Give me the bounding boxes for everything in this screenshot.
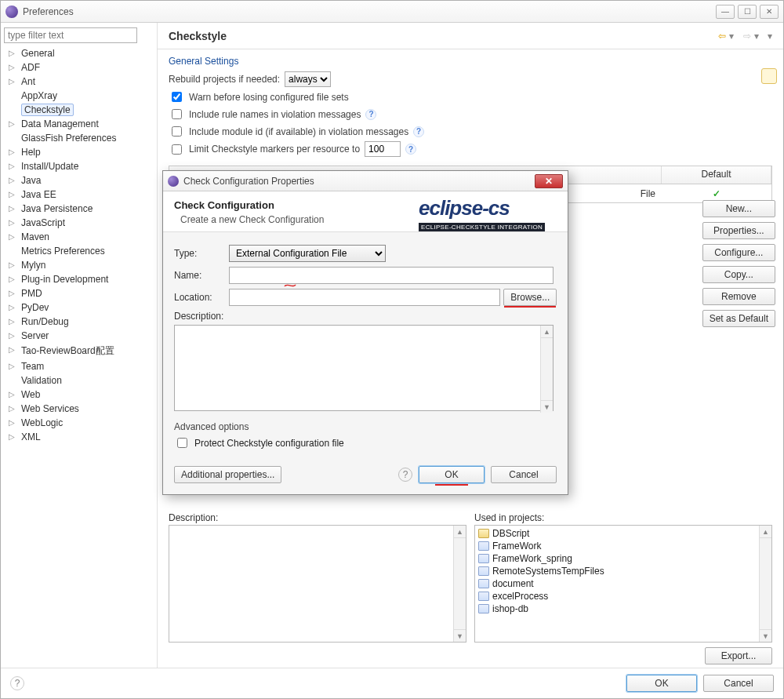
sidebar-item-java-persistence[interactable]: ▷Java Persistence	[4, 202, 154, 216]
minimize-button[interactable]: —	[716, 5, 735, 19]
sidebar-item-appxray[interactable]: AppXray	[4, 89, 154, 103]
sidebar: ▷General▷ADF▷AntAppXrayCheckstyle▷Data M…	[1, 23, 158, 668]
location-input[interactable]	[229, 289, 501, 306]
sidebar-item-mylyn[interactable]: ▷Mylyn	[4, 258, 154, 272]
ok-button[interactable]: OK	[626, 675, 697, 692]
filter-input[interactable]	[4, 27, 137, 43]
general-legend: General Settings	[169, 56, 772, 67]
close-button[interactable]: ✕	[760, 5, 779, 19]
set-default-button[interactable]: Set as Default	[702, 310, 775, 327]
sidebar-label: Web Services	[21, 403, 79, 414]
folder-icon	[478, 592, 489, 601]
sidebar-item-install-update[interactable]: ▷Install/Update	[4, 159, 154, 173]
rebuild-select[interactable]: always	[285, 71, 331, 87]
sidebar-item-data-management[interactable]: ▷Data Management	[4, 117, 154, 131]
tree-arrow-icon: ▷	[9, 147, 16, 156]
cancel-button[interactable]: Cancel	[491, 466, 557, 483]
description-textarea[interactable]	[174, 325, 554, 411]
help-icon[interactable]: ?	[413, 126, 424, 137]
nav-arrows[interactable]: ⇦▾ ⇨▾ ▾	[718, 31, 772, 42]
sidebar-item-server[interactable]: ▷Server	[4, 329, 154, 343]
protect-checkbox[interactable]	[177, 438, 187, 448]
maximize-button[interactable]: ☐	[738, 5, 757, 19]
new-button[interactable]: New...	[702, 200, 775, 217]
limit-checkbox[interactable]	[172, 144, 182, 155]
tree-arrow-icon: ▷	[9, 418, 16, 427]
sidebar-item-team[interactable]: ▷Team	[4, 359, 154, 373]
tree-arrow-icon: ▷	[9, 260, 16, 269]
warn-checkbox[interactable]	[172, 92, 182, 102]
dialog-close-button[interactable]: ✕	[535, 174, 563, 188]
cancel-button[interactable]: Cancel	[703, 675, 774, 692]
tree-arrow-icon: ▷	[9, 162, 16, 170]
sidebar-item-web[interactable]: ▷Web	[4, 388, 154, 402]
sidebar-item-web-services[interactable]: ▷Web Services	[4, 402, 154, 416]
sidebar-item-general[interactable]: ▷General	[4, 46, 154, 60]
project-label: DBScript	[492, 528, 529, 539]
sidebar-item-pydev[interactable]: ▷PyDev	[4, 300, 154, 315]
sidebar-item-tao-reviewboard-[interactable]: ▷Tao-ReviewBoard配置	[4, 343, 154, 359]
properties-button[interactable]: Properties...	[702, 222, 775, 239]
general-settings: General Settings Rebuild projects if nee…	[158, 49, 783, 166]
sidebar-item-help[interactable]: ▷Help	[4, 145, 154, 159]
sidebar-label: PyDev	[21, 302, 49, 313]
tree-arrow-icon: ▷	[9, 49, 16, 57]
sidebar-item-validation[interactable]: Validation	[4, 373, 154, 388]
scrollbar[interactable]: ▲▼	[453, 526, 466, 642]
scrollbar[interactable]: ▲▼	[540, 326, 553, 413]
configure-button[interactable]: Configure...	[702, 244, 775, 261]
sidebar-item-adf[interactable]: ▷ADF	[4, 60, 154, 75]
sidebar-label: Tao-ReviewBoard配置	[21, 345, 114, 356]
project-item[interactable]: DBScript	[477, 527, 770, 540]
copy-button[interactable]: Copy...	[702, 266, 775, 283]
help-icon[interactable]: ?	[405, 144, 416, 155]
sidebar-item-ant[interactable]: ▷Ant	[4, 75, 154, 89]
sidebar-item-glassfish-preferences[interactable]: GlassFish Preferences	[4, 131, 154, 145]
help-icon[interactable]: ?	[10, 676, 24, 690]
sidebar-item-xml[interactable]: ▷XML	[4, 430, 154, 444]
window-title: Preferences	[23, 6, 716, 17]
browse-button[interactable]: Browse...	[503, 289, 557, 306]
tree-arrow-icon: ▷	[9, 218, 16, 227]
include-module-checkbox[interactable]	[172, 126, 182, 137]
refresh-icon[interactable]	[761, 68, 777, 84]
limit-input[interactable]	[365, 141, 401, 157]
project-item[interactable]: FrameWork	[477, 540, 770, 552]
preferences-window: Preferences — ☐ ✕ ▷General▷ADF▷AntAppXra…	[0, 0, 784, 699]
sidebar-item-run-debug[interactable]: ▷Run/Debug	[4, 315, 154, 329]
project-label: ishop-db	[492, 603, 528, 614]
tree-arrow-icon: ▷	[9, 404, 16, 413]
sidebar-label: GlassFish Preferences	[21, 133, 116, 144]
tree-arrow-icon: ▷	[9, 232, 16, 241]
sidebar-item-java-ee[interactable]: ▷Java EE	[4, 187, 154, 202]
help-icon[interactable]: ?	[365, 109, 376, 120]
project-item[interactable]: FrameWork_spring	[477, 552, 770, 565]
type-select[interactable]: External Configuration File	[229, 245, 386, 262]
used-projects-list[interactable]: DBScriptFrameWorkFrameWork_springRemoteS…	[474, 525, 772, 643]
sidebar-item-weblogic[interactable]: ▷WebLogic	[4, 416, 154, 430]
description-box[interactable]: ▲▼	[169, 525, 466, 643]
remove-button[interactable]: Remove	[702, 288, 775, 305]
sidebar-item-plug-in-development[interactable]: ▷Plug-in Development	[4, 272, 154, 286]
additional-properties-button[interactable]: Additional properties...	[174, 466, 281, 483]
project-item[interactable]: document	[477, 577, 770, 590]
include-rule-checkbox[interactable]	[172, 109, 182, 119]
project-item[interactable]: ishop-db	[477, 603, 770, 615]
warn-label: Warn before losing configured file sets	[189, 92, 349, 103]
project-item[interactable]: excelProcess	[477, 590, 770, 603]
export-button[interactable]: Export...	[705, 647, 772, 664]
sidebar-item-javascript[interactable]: ▷JavaScript	[4, 216, 154, 230]
project-item[interactable]: RemoteSystemsTempFiles	[477, 565, 770, 577]
sidebar-item-pmd[interactable]: ▷PMD	[4, 286, 154, 300]
scrollbar[interactable]: ▲▼	[759, 526, 771, 642]
ok-button[interactable]: OK	[419, 466, 485, 483]
sidebar-item-java[interactable]: ▷Java	[4, 173, 154, 187]
help-icon[interactable]: ?	[398, 468, 412, 482]
sidebar-item-checkstyle[interactable]: Checkstyle	[4, 103, 154, 117]
used-label: Used in projects:	[474, 512, 772, 523]
eclipse-icon	[168, 176, 179, 187]
tree-arrow-icon: ▷	[9, 77, 16, 86]
name-input[interactable]	[229, 267, 554, 284]
sidebar-item-maven[interactable]: ▷Maven	[4, 230, 154, 244]
sidebar-item-metrics-preferences[interactable]: Metrics Preferences	[4, 244, 154, 258]
